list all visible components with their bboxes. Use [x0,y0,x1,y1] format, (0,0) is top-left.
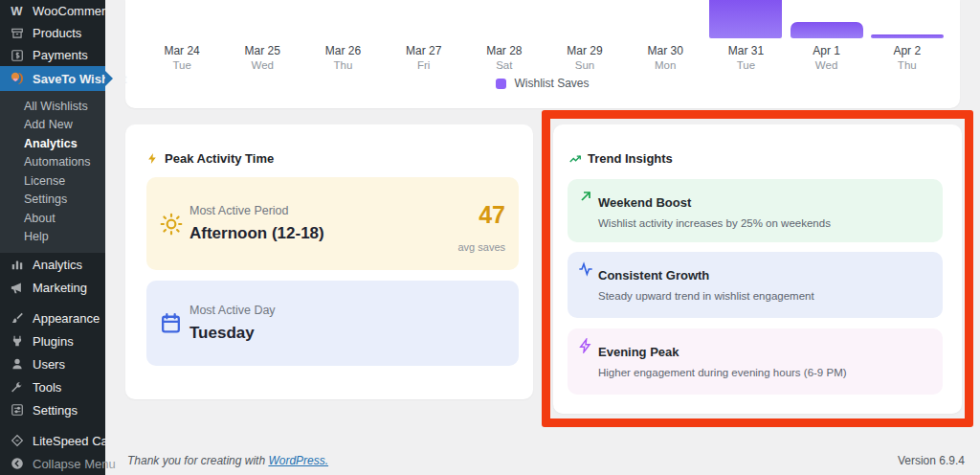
chart-column: Apr 2Thu [867,0,947,71]
sidebar-item-label: Settings [33,403,78,418]
megaphone-icon [9,280,25,296]
legend-label: Wishlist Saves [514,77,589,90]
submenu-item-license[interactable]: License [0,171,105,191]
products-box-icon [9,25,25,41]
sliders-icon [9,402,25,418]
peak-activity-title: Peak Activity Time [165,151,274,166]
sidebar-item-label: Plugins [33,334,74,349]
sidebar-item-appearance[interactable]: Appearance [0,306,105,329]
chart-column: Mar 27Fri [384,0,464,71]
sidebar-item-products[interactable]: Products [0,22,105,44]
sidebar-item-payments[interactable]: Payments [0,44,105,66]
avg-saves-number: 47 [457,201,505,229]
sidebar-item-label: SaveTo Wishlist [33,72,127,86]
chart-legend: Wishlist Saves [125,77,960,90]
squirrel-mascot-icon [9,71,25,87]
peak-activity-header: Peak Activity Time [146,151,274,166]
sidebar-item-settings[interactable]: Settings [0,398,105,421]
sidebar-item-label: Users [33,357,65,372]
sidebar-item-label: LiteSpeed Cache [33,434,128,448]
sidebar-item-saveto-wishlist[interactable]: SaveTo Wishlist [0,66,105,91]
trending-up-icon [568,152,582,166]
sidebar-item-label: Analytics [33,258,82,272]
avg-saves-label: avg saves [457,241,505,253]
insight-description: Wishlist activity increases by 25% on we… [598,217,831,229]
admin-sidebar: W WooCommerce Products Payments SaveTo W… [0,0,105,475]
legend-swatch-wishlist-saves [496,79,506,89]
zap-icon [578,338,593,353]
bar-chart-icon [9,257,25,273]
chart-column: Apr 1Wed [787,0,867,71]
submenu-item-settings[interactable]: Settings [0,191,105,210]
chart-bar [709,0,782,38]
sidebar-collapse-menu[interactable]: Collapse Menu [0,452,105,475]
sidebar-item-label: Collapse Menu [33,457,116,471]
wishlist-saves-chart-card: Mar 24Tue Mar 25Wed Mar 26Thu Mar 27Fri … [125,0,960,108]
chart-bar [871,34,944,38]
saveto-wishlist-submenu: All Wishlists Add New Analytics Automati… [0,91,105,253]
wordpress-link[interactable]: WordPress. [268,454,328,467]
calendar-icon [159,311,188,335]
sidebar-item-plugins[interactable]: Plugins [0,329,105,352]
submenu-item-about[interactable]: About [0,209,105,228]
wrench-icon [9,379,25,396]
submenu-item-help[interactable]: Help [0,228,105,247]
most-active-period-box: Most Active Period Afternoon (12-18) 47 … [146,177,519,270]
sidebar-item-marketing[interactable]: Marketing [0,276,105,299]
chart-column: Mar 30Mon [625,0,705,71]
insight-title: Weekend Boost [598,195,691,210]
sidebar-item-analytics[interactable]: Analytics [0,253,105,276]
stat-value: Afternoon (12-18) [189,224,324,243]
sidebar-item-tools[interactable]: Tools [0,375,105,398]
trend-insights-card: Trend Insights Weekend Boost Wishlist ac… [553,124,962,414]
trend-insights-header: Trend Insights [568,151,673,166]
stat-value: Tuesday [189,324,276,343]
litespeed-diamond-icon [9,433,25,449]
most-active-period-texts: Most Active Period Afternoon (12-18) [189,204,324,243]
woocommerce-icon: W [9,3,25,19]
chart-column: Mar 26Thu [302,0,383,71]
sun-icon [159,212,188,237]
insight-evening-peak: Evening Peak Higher engagement during ev… [568,328,943,395]
admin-footer: Thank you for creating with WordPress. V… [127,454,965,467]
chart-column: Mar 25Wed [222,0,302,71]
insight-description: Steady upward trend in wishlist engageme… [598,290,814,302]
sidebar-item-woocommerce[interactable]: W WooCommerce [0,0,105,22]
avg-saves-stat: 47 avg saves [457,195,505,253]
payments-dollar-icon [9,47,25,63]
sidebar-item-label: Tools [33,380,61,395]
chart-column: Mar 28Sat [464,0,545,71]
peak-activity-time-card: Peak Activity Time Most Active Period Af… [125,124,533,399]
insight-title: Evening Peak [598,345,679,359]
chart-column: Mar 29Sun [545,0,625,71]
chart-column: Mar 31Tue [705,0,786,71]
lightning-bolt-icon [146,152,159,165]
most-active-day-texts: Most Active Day Tuesday [189,304,276,343]
submenu-item-add-new[interactable]: Add New [0,116,105,135]
paintbrush-icon [9,310,25,327]
collapse-arrow-icon [9,456,25,472]
insight-weekend-boost: Weekend Boost Wishlist activity increase… [568,179,943,242]
sidebar-item-label: Products [33,26,81,40]
sidebar-item-label: Marketing [33,281,87,295]
arrow-up-right-icon [578,189,593,204]
sidebar-item-label: Payments [33,48,88,62]
footer-thanks-text: Thank you for creating with WordPress. [127,454,328,467]
activity-pulse-icon [578,261,593,277]
user-icon [9,356,25,373]
submenu-item-analytics-current[interactable]: Analytics [0,134,105,153]
stat-label: Most Active Day [189,304,276,317]
most-active-day-box: Most Active Day Tuesday [146,281,519,366]
sidebar-item-label: Appearance [33,311,100,326]
stat-label: Most Active Period [189,204,324,217]
submenu-item-all-wishlists[interactable]: All Wishlists [0,97,105,116]
sidebar-item-label: WooCommerce [33,4,119,18]
sidebar-item-users[interactable]: Users [0,352,105,375]
insight-description: Higher engagement during evening hours (… [598,367,847,378]
sidebar-item-litespeed-cache[interactable]: LiteSpeed Cache [0,429,105,452]
chart-column: Mar 24Tue [142,0,222,71]
insight-consistent-growth: Consistent Growth Steady upward trend in… [568,252,943,318]
submenu-item-automations[interactable]: Automations [0,153,105,172]
trend-insights-title: Trend Insights [588,151,673,166]
footer-version: Version 6.9.4 [898,454,965,467]
